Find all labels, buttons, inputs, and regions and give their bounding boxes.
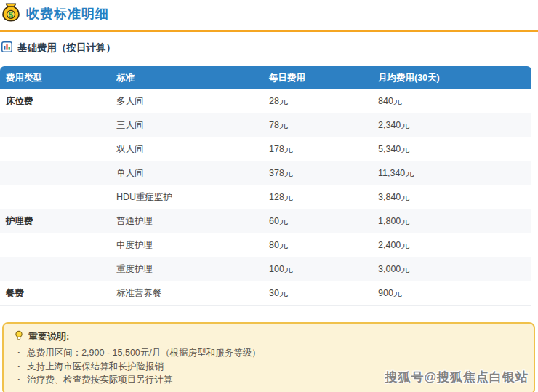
column-header-standard: 标准	[111, 66, 263, 89]
note-title-row: 重要说明:	[14, 330, 523, 343]
cell-category	[0, 161, 111, 185]
table-row: 中度护理 80元 2,400元	[0, 233, 531, 257]
cell-category: 床位费	[0, 89, 111, 113]
svg-text:$: $	[9, 10, 13, 19]
column-header-daily: 每日费用	[263, 66, 372, 89]
cell-daily: 80元	[263, 233, 372, 257]
cell-daily: 30元	[263, 281, 372, 306]
bar-chart-icon	[1, 41, 12, 55]
cell-monthly: 1,800元	[372, 209, 531, 233]
cell-daily: 28元	[263, 89, 372, 113]
page-title: 收费标准明细	[26, 5, 109, 23]
cell-category	[0, 233, 111, 257]
cell-standard: 普通护理	[111, 209, 263, 233]
cell-category	[0, 257, 111, 281]
cell-standard: HDU重症监护	[111, 185, 263, 209]
cell-daily: 178元	[263, 137, 372, 161]
page-header: $ 收费标准明细	[0, 0, 538, 32]
cell-monthly: 3,000元	[372, 257, 531, 281]
table-row: 床位费 多人间 28元 840元	[0, 89, 531, 113]
cell-monthly: 11,340元	[372, 161, 531, 185]
cell-category	[0, 113, 111, 137]
cell-category: 护理费	[0, 209, 111, 233]
lightbulb-icon	[14, 330, 24, 343]
table-row: 单人间 378元 11,340元	[0, 161, 531, 185]
table-row: 护理费 普通护理 60元 1,800元	[0, 209, 531, 233]
cell-standard: 多人间	[111, 89, 263, 113]
cell-monthly: 2,400元	[372, 233, 531, 257]
cell-daily: 60元	[263, 209, 372, 233]
cell-daily: 78元	[263, 113, 372, 137]
table-row: 三人间 78元 2,340元	[0, 113, 531, 137]
note-item: 总费用区间：2,900 - 15,500元/月（根据房型和服务等级）	[14, 346, 523, 360]
cell-daily: 128元	[263, 185, 372, 209]
table-row: 重度护理 100元 3,000元	[0, 257, 531, 281]
watermark: 搜狐号@搜狐焦点白银站	[385, 369, 529, 385]
cell-monthly: 5,340元	[372, 137, 531, 161]
cell-daily: 100元	[263, 257, 372, 281]
cell-standard: 中度护理	[111, 233, 263, 257]
column-header-monthly: 月均费用(30天)	[372, 66, 531, 89]
section-title: 基础费用（按日计算）	[17, 41, 116, 55]
fee-table: 费用类型 标准 每日费用 月均费用(30天) 床位费 多人间 28元 840元 …	[0, 66, 531, 306]
cell-category: 餐费	[0, 281, 111, 306]
column-header-category: 费用类型	[0, 66, 111, 89]
cell-standard: 单人间	[111, 161, 263, 185]
table-row: HDU重症监护 128元 3,840元	[0, 185, 531, 209]
cell-standard: 三人间	[111, 113, 263, 137]
cell-category	[0, 137, 111, 161]
table-row: 双人间 178元 5,340元	[0, 137, 531, 161]
table-row: 餐费 标准营养餐 30元 900元	[0, 281, 531, 306]
section-header: 基础费用（按日计算）	[1, 41, 538, 55]
money-bag-icon: $	[1, 3, 20, 25]
cell-monthly: 900元	[372, 281, 531, 306]
cell-monthly: 840元	[372, 89, 531, 113]
cell-monthly: 3,840元	[372, 185, 531, 209]
cell-standard: 双人间	[111, 137, 263, 161]
note-title: 重要说明:	[28, 330, 69, 343]
cell-category	[0, 185, 111, 209]
table-header-row: 费用类型 标准 每日费用 月均费用(30天)	[0, 66, 531, 89]
cell-standard: 重度护理	[111, 257, 263, 281]
cell-daily: 378元	[263, 161, 372, 185]
cell-monthly: 2,340元	[372, 113, 531, 137]
cell-standard: 标准营养餐	[111, 281, 263, 306]
